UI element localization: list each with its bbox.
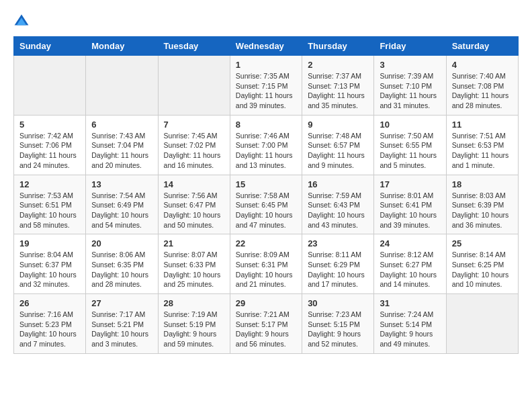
day-info: Sunrise: 7:39 AM Sunset: 7:10 PM Dayligh… (380, 71, 440, 111)
day-info: Sunrise: 7:51 AM Sunset: 6:53 PM Dayligh… (452, 131, 513, 171)
calendar-table: SundayMondayTuesdayWednesdayThursdayFrid… (13, 36, 519, 354)
calendar-cell: 19Sunrise: 8:04 AM Sunset: 6:37 PM Dayli… (14, 234, 86, 294)
calendar-cell: 6Sunrise: 7:43 AM Sunset: 7:04 PM Daylig… (86, 115, 158, 175)
day-number: 22 (236, 238, 296, 248)
logo (13, 13, 32, 30)
day-info: Sunrise: 7:43 AM Sunset: 7:04 PM Dayligh… (91, 131, 152, 171)
calendar-cell (158, 56, 230, 116)
day-number: 14 (164, 179, 224, 189)
calendar-week-4: 19Sunrise: 8:04 AM Sunset: 6:37 PM Dayli… (14, 234, 519, 294)
day-info: Sunrise: 8:14 AM Sunset: 6:25 PM Dayligh… (452, 250, 513, 289)
day-number: 23 (308, 238, 368, 248)
calendar-week-5: 26Sunrise: 7:16 AM Sunset: 5:23 PM Dayli… (14, 294, 519, 354)
calendar-cell: 12Sunrise: 7:53 AM Sunset: 6:51 PM Dayli… (14, 175, 86, 234)
day-info: Sunrise: 7:24 AM Sunset: 5:14 PM Dayligh… (380, 310, 440, 349)
calendar-cell: 14Sunrise: 7:56 AM Sunset: 6:47 PM Dayli… (158, 175, 230, 234)
calendar-cell: 8Sunrise: 7:46 AM Sunset: 7:00 PM Daylig… (230, 115, 302, 175)
day-number: 20 (91, 238, 152, 248)
day-number: 15 (236, 179, 296, 189)
calendar-cell: 5Sunrise: 7:42 AM Sunset: 7:06 PM Daylig… (14, 115, 86, 175)
day-number: 2 (308, 60, 368, 70)
calendar-week-2: 5Sunrise: 7:42 AM Sunset: 7:06 PM Daylig… (14, 115, 519, 175)
day-info: Sunrise: 7:48 AM Sunset: 6:57 PM Dayligh… (308, 131, 368, 171)
day-number: 12 (19, 179, 80, 189)
calendar-cell: 22Sunrise: 8:09 AM Sunset: 6:31 PM Dayli… (230, 234, 302, 294)
day-info: Sunrise: 7:56 AM Sunset: 6:47 PM Dayligh… (164, 191, 224, 230)
day-info: Sunrise: 8:04 AM Sunset: 6:37 PM Dayligh… (19, 250, 80, 289)
day-number: 25 (452, 238, 513, 248)
calendar-cell: 13Sunrise: 7:54 AM Sunset: 6:49 PM Dayli… (86, 175, 158, 234)
day-info: Sunrise: 7:58 AM Sunset: 6:45 PM Dayligh… (236, 191, 296, 230)
day-info: Sunrise: 8:07 AM Sunset: 6:33 PM Dayligh… (164, 250, 224, 289)
calendar-cell: 20Sunrise: 8:06 AM Sunset: 6:35 PM Dayli… (86, 234, 158, 294)
day-info: Sunrise: 7:59 AM Sunset: 6:43 PM Dayligh… (308, 191, 368, 230)
day-info: Sunrise: 7:21 AM Sunset: 5:17 PM Dayligh… (236, 310, 296, 349)
calendar-week-1: 1Sunrise: 7:35 AM Sunset: 7:15 PM Daylig… (14, 56, 519, 116)
day-info: Sunrise: 8:12 AM Sunset: 6:27 PM Dayligh… (380, 250, 440, 289)
calendar-cell: 30Sunrise: 7:23 AM Sunset: 5:15 PM Dayli… (302, 294, 374, 354)
day-info: Sunrise: 7:50 AM Sunset: 6:55 PM Dayligh… (380, 131, 440, 171)
day-info: Sunrise: 7:37 AM Sunset: 7:13 PM Dayligh… (308, 71, 368, 111)
day-info: Sunrise: 7:53 AM Sunset: 6:51 PM Dayligh… (19, 191, 80, 230)
calendar-cell: 15Sunrise: 7:58 AM Sunset: 6:45 PM Dayli… (230, 175, 302, 234)
day-number: 26 (19, 298, 80, 308)
calendar-cell: 3Sunrise: 7:39 AM Sunset: 7:10 PM Daylig… (374, 56, 446, 116)
calendar-cell: 7Sunrise: 7:45 AM Sunset: 7:02 PM Daylig… (158, 115, 230, 175)
day-number: 6 (91, 120, 152, 130)
day-number: 27 (91, 298, 152, 308)
day-number: 30 (308, 298, 368, 308)
day-number: 13 (91, 179, 152, 189)
day-number: 17 (380, 179, 440, 189)
weekday-header-wednesday: Wednesday (230, 37, 302, 56)
calendar-cell: 10Sunrise: 7:50 AM Sunset: 6:55 PM Dayli… (374, 115, 446, 175)
day-info: Sunrise: 7:54 AM Sunset: 6:49 PM Dayligh… (91, 191, 152, 230)
weekday-header-sunday: Sunday (14, 37, 86, 56)
calendar-cell: 24Sunrise: 8:12 AM Sunset: 6:27 PM Dayli… (374, 234, 446, 294)
day-info: Sunrise: 8:09 AM Sunset: 6:31 PM Dayligh… (236, 250, 296, 289)
day-info: Sunrise: 7:40 AM Sunset: 7:08 PM Dayligh… (452, 71, 513, 111)
calendar-cell: 18Sunrise: 8:03 AM Sunset: 6:39 PM Dayli… (446, 175, 518, 234)
day-number: 11 (452, 120, 513, 130)
day-number: 3 (380, 60, 440, 70)
calendar-week-3: 12Sunrise: 7:53 AM Sunset: 6:51 PM Dayli… (14, 175, 519, 234)
calendar-cell: 1Sunrise: 7:35 AM Sunset: 7:15 PM Daylig… (230, 56, 302, 116)
calendar-cell: 31Sunrise: 7:24 AM Sunset: 5:14 PM Dayli… (374, 294, 446, 354)
day-info: Sunrise: 7:23 AM Sunset: 5:15 PM Dayligh… (308, 310, 368, 349)
day-info: Sunrise: 8:03 AM Sunset: 6:39 PM Dayligh… (452, 191, 513, 230)
day-number: 28 (164, 298, 224, 308)
calendar-cell: 9Sunrise: 7:48 AM Sunset: 6:57 PM Daylig… (302, 115, 374, 175)
day-number: 1 (236, 60, 296, 70)
day-number: 31 (380, 298, 440, 308)
calendar-cell: 16Sunrise: 7:59 AM Sunset: 6:43 PM Dayli… (302, 175, 374, 234)
day-number: 4 (452, 60, 513, 70)
day-info: Sunrise: 7:35 AM Sunset: 7:15 PM Dayligh… (236, 71, 296, 111)
day-info: Sunrise: 8:06 AM Sunset: 6:35 PM Dayligh… (91, 250, 152, 289)
calendar-cell: 26Sunrise: 7:16 AM Sunset: 5:23 PM Dayli… (14, 294, 86, 354)
day-number: 10 (380, 120, 440, 130)
calendar-cell: 23Sunrise: 8:11 AM Sunset: 6:29 PM Dayli… (302, 234, 374, 294)
day-number: 8 (236, 120, 296, 130)
weekday-header-monday: Monday (86, 37, 158, 56)
day-info: Sunrise: 7:17 AM Sunset: 5:21 PM Dayligh… (91, 310, 152, 349)
calendar-cell: 25Sunrise: 8:14 AM Sunset: 6:25 PM Dayli… (446, 234, 518, 294)
day-number: 24 (380, 238, 440, 248)
calendar-cell: 4Sunrise: 7:40 AM Sunset: 7:08 PM Daylig… (446, 56, 518, 116)
day-info: Sunrise: 7:19 AM Sunset: 5:19 PM Dayligh… (164, 310, 224, 349)
calendar-header-row: SundayMondayTuesdayWednesdayThursdayFrid… (14, 37, 519, 56)
day-number: 21 (164, 238, 224, 248)
logo-icon (13, 13, 30, 30)
day-number: 5 (19, 120, 80, 130)
calendar-cell: 28Sunrise: 7:19 AM Sunset: 5:19 PM Dayli… (158, 294, 230, 354)
day-info: Sunrise: 7:45 AM Sunset: 7:02 PM Dayligh… (164, 131, 224, 171)
calendar-cell: 21Sunrise: 8:07 AM Sunset: 6:33 PM Dayli… (158, 234, 230, 294)
weekday-header-tuesday: Tuesday (158, 37, 230, 56)
weekday-header-thursday: Thursday (302, 37, 374, 56)
day-info: Sunrise: 8:01 AM Sunset: 6:41 PM Dayligh… (380, 191, 440, 230)
day-number: 29 (236, 298, 296, 308)
calendar-cell: 27Sunrise: 7:17 AM Sunset: 5:21 PM Dayli… (86, 294, 158, 354)
calendar-cell: 29Sunrise: 7:21 AM Sunset: 5:17 PM Dayli… (230, 294, 302, 354)
day-info: Sunrise: 7:16 AM Sunset: 5:23 PM Dayligh… (19, 310, 80, 349)
day-number: 9 (308, 120, 368, 130)
calendar-cell (446, 294, 518, 354)
weekday-header-friday: Friday (374, 37, 446, 56)
